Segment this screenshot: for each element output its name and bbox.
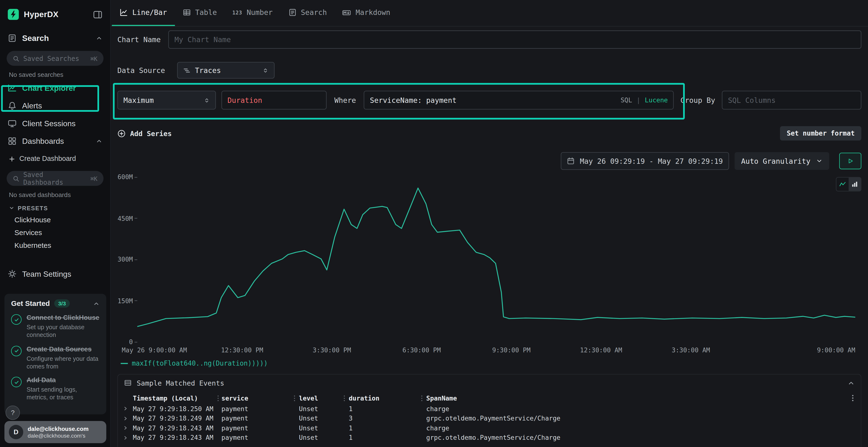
user-org: dale@clickhouse.com's (28, 433, 89, 439)
preset-item-kubernetes[interactable]: Kubernetes (0, 239, 110, 252)
sidebar-item-team-settings[interactable]: Team Settings (0, 265, 110, 283)
table-row[interactable]: May 27 9:29:18.249 AM payment Unset 3 gr… (123, 414, 856, 423)
add-series-button[interactable]: Add Series (117, 129, 172, 137)
sidebar-item-dashboards[interactable]: Dashboards (0, 132, 110, 150)
get-started-item[interactable]: Create Data Sources Configure where your… (11, 345, 100, 370)
tab-markdown[interactable]: Markdown (335, 0, 398, 26)
aggregation-select[interactable]: Maximum (117, 91, 216, 110)
tab-number[interactable]: 123 Number (225, 0, 280, 26)
saved-dashboards-placeholder: Saved Dashboards (23, 171, 87, 186)
chart-legend: maxIf(toFloat640..ng(Duration))))) (117, 359, 862, 367)
cell-duration: 1 (349, 434, 420, 442)
y-tick-label: 450M (117, 214, 137, 222)
get-started-item-title: Add Data (27, 376, 100, 384)
search-icon (13, 55, 20, 62)
chevron-up-icon[interactable] (96, 35, 102, 42)
cell-timestamp: May 27 9:29:18.249 AM (133, 414, 216, 422)
table-row[interactable]: May 27 9:29:18.243 AM payment Unset 1 ch… (123, 423, 856, 433)
chevron-up-icon[interactable] (93, 300, 100, 307)
tab-label: Number (247, 8, 273, 16)
sidebar-item-alerts[interactable]: Alerts (0, 97, 110, 115)
get-started-progress-badge: 3/3 (54, 299, 70, 308)
column-grip-icon[interactable] (216, 395, 221, 402)
user-menu[interactable]: D dale@clickhouse.com dale@clickhouse.co… (4, 421, 106, 443)
data-source-select[interactable]: Traces (177, 62, 275, 78)
group-by-label: Group By (681, 96, 715, 104)
line-view-toggle[interactable] (836, 177, 849, 191)
y-axis: 600M450M300M150M0 (117, 177, 137, 342)
saved-dashboards-shortcut: ⌘K (90, 175, 97, 182)
column-grip-icon[interactable] (292, 395, 299, 402)
number-123-icon: 123 (232, 10, 242, 15)
avatar: D (9, 425, 23, 439)
granularity-value: Auto Granularity (741, 157, 811, 165)
column-grip-icon[interactable] (342, 395, 349, 402)
get-started-item-title: Connect to ClickHouse (27, 314, 100, 322)
column-grip-icon[interactable] (420, 395, 426, 402)
where-query-input-wrap: SQL | Lucene (364, 91, 674, 110)
get-started-item-title: Create Data Sources (27, 345, 100, 353)
sidebar-item-client-sessions[interactable]: Client Sessions (0, 114, 110, 132)
lucene-toggle[interactable]: Lucene (645, 96, 668, 104)
table-row[interactable]: May 27 9:29:18.243 AM payment Unset 1 gr… (123, 433, 856, 442)
collapse-panel-icon[interactable] (847, 379, 855, 386)
traces-icon (183, 67, 190, 74)
saved-searches-input[interactable]: Saved Searches ⌘K (7, 51, 104, 66)
get-started-item[interactable]: Connect to ClickHouse Set up your databa… (11, 314, 100, 339)
legend-swatch (121, 363, 128, 364)
aggregation-field-input[interactable] (221, 91, 327, 110)
cell-service: payment (221, 424, 292, 432)
data-source-value: Traces (195, 66, 221, 74)
table-row[interactable]: May 27 9:29:18.250 AM payment Unset 1 ch… (123, 404, 856, 414)
x-tick-label: 12:30:00 PM (221, 346, 263, 354)
sidebar-item-label: Dashboards (22, 137, 64, 145)
tab-table[interactable]: Table (175, 0, 225, 26)
col-service[interactable]: service (221, 394, 292, 402)
chevron-down-icon (9, 205, 14, 211)
col-duration[interactable]: duration (349, 394, 420, 402)
create-dashboard-button[interactable]: Create Dashboard (0, 150, 110, 166)
bar-view-toggle[interactable] (849, 177, 861, 191)
where-query-input[interactable] (370, 96, 616, 104)
col-timestamp[interactable]: Timestamp (Local) (133, 394, 216, 402)
group-by-input[interactable] (722, 91, 862, 110)
run-query-button[interactable] (839, 153, 862, 169)
preset-item-clickhouse[interactable]: ClickHouse (0, 214, 110, 227)
row-expand-icon[interactable] (123, 425, 133, 431)
table-options-icon[interactable] (850, 394, 856, 402)
sidebar-item-label: Chart Explorer (22, 83, 76, 93)
preset-item-services[interactable]: Services (0, 226, 110, 239)
collapse-sidebar-icon[interactable] (93, 10, 102, 19)
cell-timestamp: May 27 9:29:18.243 AM (133, 434, 216, 442)
presets-toggle[interactable]: PRESETS (0, 199, 110, 214)
sidebar-item-label: Client Sessions (22, 119, 76, 128)
y-tick-label: 600M (117, 173, 137, 181)
chart-name-input[interactable] (168, 30, 862, 49)
chevron-up-icon[interactable] (96, 138, 102, 144)
row-expand-icon[interactable] (123, 435, 133, 440)
tab-line-bar[interactable]: Line/Bar (112, 0, 175, 26)
date-range-picker[interactable]: May 26 09:29:19 - May 27 09:29:19 (561, 152, 729, 170)
markdown-icon (342, 8, 351, 17)
x-tick-label: 9:00:00 AM (817, 346, 855, 354)
sidebar-item-chart-explorer[interactable]: Chart Explorer (0, 79, 110, 97)
chart-plot[interactable] (137, 177, 855, 342)
cell-spanname: grpc.oteldemo.PaymentService/Charge (426, 434, 842, 442)
set-number-format-button[interactable]: Set number format (780, 126, 861, 141)
presets-label: PRESETS (18, 205, 48, 211)
col-spanname[interactable]: SpanName (426, 394, 842, 402)
events-table-header: Timestamp (Local) service level duration… (123, 392, 856, 404)
sidebar-section-search[interactable]: Search (0, 29, 110, 46)
col-level[interactable]: level (299, 394, 342, 402)
granularity-select[interactable]: Auto Granularity (735, 152, 829, 170)
tab-search[interactable]: Search (280, 0, 335, 26)
help-button[interactable]: ? (5, 406, 20, 420)
get-started-item[interactable]: Add Data Start sending logs, metrics, or… (11, 376, 100, 402)
monitor-icon (8, 119, 17, 128)
y-tick-label: 150M (117, 297, 137, 304)
row-expand-icon[interactable] (123, 416, 133, 421)
chart-area: 600M450M300M150M0 May 26 9:00:00 AM12:30… (117, 177, 862, 367)
sql-toggle[interactable]: SQL (621, 96, 632, 104)
row-expand-icon[interactable] (123, 406, 133, 411)
saved-dashboards-input[interactable]: Saved Dashboards ⌘K (7, 171, 104, 186)
